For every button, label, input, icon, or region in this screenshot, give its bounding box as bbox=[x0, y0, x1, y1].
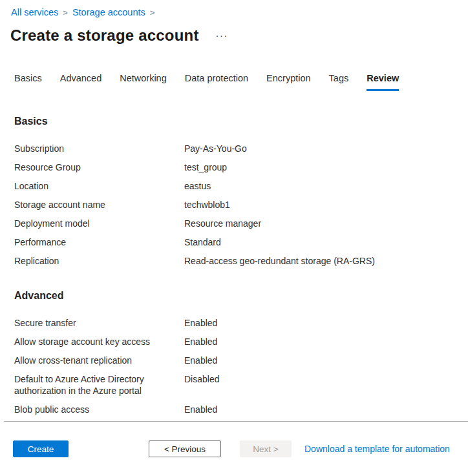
row-value: Enabled bbox=[184, 404, 455, 415]
row-label: Blob public access bbox=[14, 404, 184, 415]
page-title: Create a storage account bbox=[10, 26, 199, 45]
tab-advanced[interactable]: Advanced bbox=[60, 73, 102, 91]
previous-button[interactable]: < Previous bbox=[149, 440, 221, 457]
breadcrumb-separator-icon: > bbox=[63, 8, 68, 17]
row-label: Subscription bbox=[14, 143, 184, 154]
create-button[interactable]: Create bbox=[13, 440, 69, 457]
section-rows: SubscriptionPay-As-You-GoResource Groupt… bbox=[14, 143, 455, 267]
section-heading-advanced: Advanced bbox=[14, 290, 455, 301]
review-row: SubscriptionPay-As-You-Go bbox=[14, 143, 455, 154]
tab-networking[interactable]: Networking bbox=[120, 73, 167, 91]
section-heading-basics: Basics bbox=[14, 116, 455, 127]
tab-bar: BasicsAdvancedNetworkingData protectionE… bbox=[14, 73, 468, 91]
row-value: Enabled bbox=[184, 355, 455, 366]
row-value: Enabled bbox=[184, 336, 455, 347]
review-row: Deployment modelResource manager bbox=[14, 218, 455, 229]
review-row: PerformanceStandard bbox=[14, 236, 455, 248]
breadcrumb-all-services[interactable]: All services bbox=[11, 7, 58, 17]
row-label: Storage account name bbox=[14, 199, 184, 211]
row-label: Resource Group bbox=[14, 161, 184, 173]
review-row: Allow cross-tenant replicationEnabled bbox=[14, 355, 455, 366]
review-row: Blob public accessEnabled bbox=[14, 404, 455, 415]
tab-tags[interactable]: Tags bbox=[329, 73, 349, 91]
row-value: Enabled bbox=[184, 317, 455, 329]
review-row: Allow storage account key accessEnabled bbox=[14, 336, 455, 347]
row-label: Performance bbox=[14, 236, 184, 248]
breadcrumb: All services>Storage accounts> bbox=[0, 0, 468, 18]
review-row: Resource Grouptest_group bbox=[14, 161, 455, 173]
title-row: Create a storage account ··· bbox=[10, 26, 468, 45]
next-button: Next > bbox=[240, 440, 292, 457]
row-label: Deployment model bbox=[14, 218, 184, 229]
tab-review[interactable]: Review bbox=[367, 73, 399, 91]
tab-data-protection[interactable]: Data protection bbox=[185, 73, 248, 91]
row-label: Allow storage account key access bbox=[14, 336, 184, 347]
row-value: test_group bbox=[184, 161, 455, 173]
row-value: Pay-As-You-Go bbox=[184, 143, 455, 154]
review-row: Storage account nametechwblob1 bbox=[14, 199, 455, 211]
row-value: Standard bbox=[184, 236, 455, 248]
row-value: Read-access geo-redundant storage (RA-GR… bbox=[184, 255, 455, 267]
review-row: Locationeastus bbox=[14, 180, 455, 192]
row-value: Disabled bbox=[184, 373, 455, 385]
footer-bar: Create < Previous Next > Download a temp… bbox=[0, 421, 468, 476]
review-row: Default to Azure Active Directory author… bbox=[14, 373, 455, 397]
row-value: eastus bbox=[184, 180, 455, 192]
download-template-link[interactable]: Download a template for automation bbox=[304, 444, 450, 454]
tab-basics[interactable]: Basics bbox=[14, 73, 42, 91]
row-label: Allow cross-tenant replication bbox=[14, 355, 184, 366]
footer-divider bbox=[4, 421, 468, 422]
footer-buttons: Create < Previous Next > Download a temp… bbox=[0, 440, 468, 457]
breadcrumb-separator-icon: > bbox=[150, 8, 155, 17]
row-label: Location bbox=[14, 180, 184, 192]
breadcrumb-storage-accounts[interactable]: Storage accounts bbox=[72, 7, 145, 17]
review-row: Secure transferEnabled bbox=[14, 317, 455, 329]
row-value: techwblob1 bbox=[184, 199, 455, 211]
section-rows: Secure transferEnabledAllow storage acco… bbox=[14, 317, 455, 434]
tab-encryption[interactable]: Encryption bbox=[266, 73, 311, 91]
row-label: Default to Azure Active Directory author… bbox=[14, 373, 184, 397]
row-label: Secure transfer bbox=[14, 317, 184, 329]
review-content: BasicsSubscriptionPay-As-You-GoResource … bbox=[14, 116, 468, 434]
row-label: Replication bbox=[14, 255, 184, 267]
more-options-icon[interactable]: ··· bbox=[216, 30, 229, 41]
review-row: ReplicationRead-access geo-redundant sto… bbox=[14, 255, 455, 267]
row-value: Resource manager bbox=[184, 218, 455, 229]
